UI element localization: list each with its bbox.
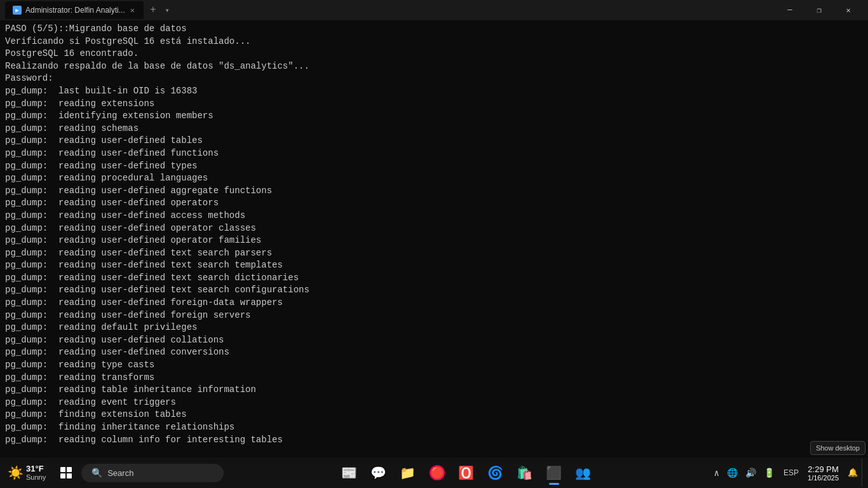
maximize-button[interactable]: ❐ [804,0,834,20]
terminal-line: pg_dump: identifying extension members [5,110,863,123]
minimize-button[interactable]: — [775,0,804,20]
office-icon: 🅾️ [458,465,474,481]
terminal-line: Verificando si PostgreSQL 16 está instal… [5,36,863,48]
taskbar-icon-widgets[interactable]: 📰 [336,459,363,487]
weather-icon: ☀️ [8,465,24,480]
new-tab-button[interactable]: + [146,4,160,16]
taskbar-icon-store[interactable]: 🛍️ [511,459,539,487]
language-indicator[interactable]: ESP [781,467,801,478]
terminal-line: pg_dump: reading user-defined types [5,160,863,173]
terminal-line: pg_dump: reading procedural languages [5,172,863,185]
weather-text: 31°F Sunny [26,464,46,482]
weather-description: Sunny [26,473,46,482]
terminal-line: pg_dump: reading event triggers [5,396,863,409]
windows-logo-icon [60,467,72,478]
terminal-line: pg_dump: reading column info for interes… [5,434,863,447]
expand-tray-button[interactable]: ∧ [712,466,722,480]
clock-date: 1/16/2025 [808,474,839,482]
tray-icons-area: ∧ 🌐 🔊 🔋 [709,466,780,480]
terminal-line: pg_dump: reading user-defined operator c… [5,222,863,235]
weather-temperature: 31°F [26,464,46,474]
title-bar-left: ▶ Administrator: Delfin Analyti... ✕ + ▾ [5,1,775,19]
terminal-line: pg_dump: reading user-defined text searc… [5,259,863,272]
taskbar-icon-office[interactable]: 🅾️ [452,459,480,487]
terminal-line: pg_dump: reading transforms [5,372,863,384]
tab-title: Administrator: Delfin Analyti... [25,6,125,15]
taskbar-icon-terminal[interactable]: ⬛ [540,459,568,487]
terminal-line: pg_dump: reading user-defined access met… [5,210,863,222]
terminal-output: PASO (5/5)::Migrando base de datosVerifi… [0,20,868,463]
taskbar-icon-file-explorer[interactable]: 📁 [394,459,422,487]
close-button[interactable]: ✕ [834,0,863,20]
search-icon: 🔍 [92,468,102,478]
terminal-line: pg_dump: reading user-defined aggregate … [5,185,863,198]
tab-dropdown-button[interactable]: ▾ [163,6,172,15]
taskbar: ☀️ 31°F Sunny 🔍 Search 📰 💬 📁 [0,458,868,488]
battery-tray-icon[interactable]: 🔋 [761,466,777,480]
terminal-line: Realizando respaldo de la base de datos … [5,60,863,73]
terminal-line: pg_dump: reading schemas [5,123,863,135]
weather-widget[interactable]: ☀️ 31°F Sunny [3,461,51,485]
clock-area[interactable]: 2:29 PM 1/16/2025 [803,463,844,483]
teams-icon: 👥 [575,465,591,481]
terminal-line: pg_dump: reading type casts [5,359,863,372]
terminal-line: pg_dump: reading user-defined conversion… [5,346,863,359]
terminal-line: pg_dump: reading user-defined collations [5,334,863,347]
system-tray: ∧ 🌐 🔊 🔋 ESP 2:29 PM 1/16/2025 🔔 [709,459,865,487]
terminal-icon: ⬛ [546,465,562,481]
show-desktop-tooltip: Show desktop [810,441,865,455]
terminal-line: pg_dump: reading user-defined operators [5,197,863,210]
terminal-line: pg_dump: reading user-defined functions [5,147,863,160]
taskbar-icon-phone-link[interactable]: 🔴 [423,459,451,487]
terminal-line: PostgreSQL 16 encontrado. [5,48,863,60]
terminal-line: pg_dump: last built-in OID is 16383 [5,85,863,98]
tab-area: ▶ Administrator: Delfin Analyti... ✕ + ▾ [5,1,172,19]
store-icon: 🛍️ [517,465,532,481]
notification-button[interactable]: 🔔 [845,466,860,479]
edge-icon: 🌀 [487,465,503,481]
taskbar-icon-teams[interactable]: 👥 [569,459,597,487]
phone-link-icon: 🔴 [430,465,445,480]
window-controls: — ❐ ✕ [775,0,863,20]
tab-close-button[interactable]: ✕ [129,6,136,15]
tab-app-icon: ▶ [13,6,22,15]
terminal-line: pg_dump: finding extension tables [5,409,863,421]
terminal-line: pg_dump: reading table inheritance infor… [5,384,863,396]
terminal-line: pg_dump: reading user-defined tables [5,135,863,147]
taskbar-pinned-icons: 📰 💬 📁 🔴 🅾️ 🌀 🛍️ ⬛ 👥 [225,459,707,487]
terminal-line: Password: [5,72,863,85]
terminal-line: pg_dump: reading user-defined text searc… [5,247,863,260]
volume-tray-icon[interactable]: 🔊 [743,466,759,480]
terminal-line: pg_dump: reading user-defined text searc… [5,284,863,297]
terminal-line: pg_dump: reading default privileges [5,322,863,334]
terminal-line: pg_dump: reading user-defined foreign-da… [5,297,863,309]
terminal-line: PASO (5/5)::Migrando base de datos [5,23,863,36]
chat-icon: 💬 [370,465,386,481]
terminal-line: pg_dump: finding inheritance relationshi… [5,421,863,434]
widgets-icon: 📰 [341,465,357,481]
file-explorer-icon: 📁 [400,465,416,481]
active-tab[interactable]: ▶ Administrator: Delfin Analyti... ✕ [5,1,144,19]
start-button[interactable] [52,459,80,487]
network-tray-icon[interactable]: 🌐 [724,466,740,480]
terminal-line: pg_dump: reading user-defined foreign se… [5,309,863,322]
terminal-line: pg_dump: reading user-defined text searc… [5,272,863,285]
title-bar: ▶ Administrator: Delfin Analyti... ✕ + ▾… [0,0,868,20]
taskbar-icon-edge[interactable]: 🌀 [482,459,510,487]
search-bar[interactable]: 🔍 Search [81,464,224,482]
clock-time: 2:29 PM [808,464,838,474]
search-placeholder-text: Search [107,468,133,478]
terminal-line: pg_dump: reading extensions [5,98,863,111]
taskbar-icon-chat[interactable]: 💬 [365,459,393,487]
show-desktop-button[interactable] [862,459,865,487]
terminal-line: pg_dump: reading user-defined operator f… [5,234,863,247]
